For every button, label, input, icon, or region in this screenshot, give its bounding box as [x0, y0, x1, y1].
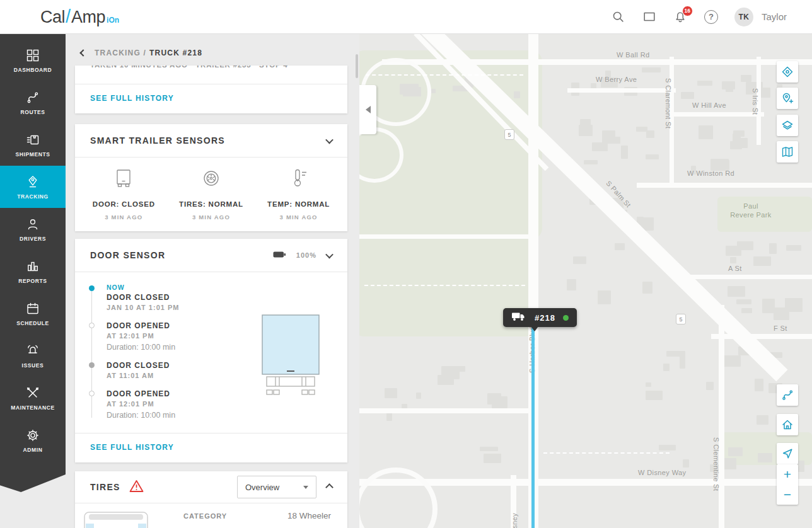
schedule-calendar-icon [25, 301, 40, 316]
help-icon[interactable]: ? [704, 9, 719, 25]
thermometer-icon [288, 168, 310, 192]
door-sensor-summary: DOOR: CLOSED 3 MIN AGO [81, 168, 167, 221]
timeline-dot [89, 391, 95, 396]
collapse-left-arrow-icon [366, 106, 371, 113]
building [416, 393, 421, 399]
street-label-clementine-st: S Clementine St [712, 437, 720, 491]
building [492, 396, 508, 408]
card-title: SMART TRAILER SENSORS [90, 135, 225, 146]
building [484, 454, 501, 463]
street-label-claremont-st: S Claremont St [664, 78, 672, 129]
user-avatar[interactable]: TK [734, 8, 753, 26]
maintenance-tools-icon [25, 386, 40, 401]
battery-icon [273, 250, 286, 261]
chevron-down-icon[interactable] [325, 135, 334, 144]
building [598, 290, 610, 304]
street-label-ball-rd: W Ball Rd [617, 51, 650, 59]
locate-me-button[interactable] [777, 443, 798, 464]
building [681, 92, 694, 100]
panel-collapse-tab[interactable] [359, 85, 376, 134]
calamp-logo[interactable]: Cal/AmpiOn [40, 6, 119, 27]
tires-sensor-summary: TIRES: NORMAL 3 MIN AGO [168, 168, 254, 221]
building [680, 354, 685, 369]
building [728, 286, 745, 297]
park-label-paul-revere: Paul Revere Park [722, 202, 780, 219]
search-icon[interactable] [611, 9, 626, 25]
sidebar-item-maintenance[interactable]: MAINTENANCE [0, 377, 66, 419]
sidebar-item-issues[interactable]: ISSUES [0, 335, 66, 377]
timeline-dot [89, 362, 95, 368]
chat-icon[interactable] [642, 9, 657, 25]
highway-shield-5: 5 [504, 129, 514, 140]
see-full-history-link[interactable]: SEE FULL HISTORY [75, 433, 347, 462]
building [573, 256, 586, 264]
chevron-up-icon[interactable] [325, 483, 334, 491]
building [438, 375, 454, 385]
select-caret-icon [303, 486, 308, 489]
sidebar-item-shipments[interactable]: SHIPMENTS [0, 123, 66, 166]
basemap-button[interactable] [777, 141, 798, 163]
building [646, 382, 651, 387]
building [722, 355, 741, 367]
sidebar-item-drivers[interactable]: DRIVERS [0, 208, 66, 250]
timeline-dot [89, 323, 95, 328]
building [663, 364, 670, 371]
street-label-disney-way: W Disney Way [638, 469, 687, 476]
building [736, 299, 751, 304]
route-polyline [531, 323, 535, 528]
highway-shield-5: 5 [676, 314, 686, 324]
building [683, 459, 689, 468]
app-window: Cal/AmpiOn 16 ? TK Taylor DASHBOARD [0, 0, 812, 528]
notifications-bell-icon[interactable]: 16 [673, 9, 688, 25]
map-canvas[interactable]: W Ball Rd W Berry Ave S Claremont St W H… [359, 34, 812, 528]
smart-trailer-sensors-card: SMART TRAILER SENSORS DOOR: CLOSED 3 MIN… [75, 124, 347, 231]
history-card: TAKEN 10 MINUTES AGO · TRAILER #233 · ST… [75, 66, 347, 113]
timeline-event: NOW DOOR CLOSED JAN 10 AT 1:01 PM [89, 284, 332, 313]
building [480, 447, 498, 451]
add-location-button[interactable] [777, 88, 798, 109]
marker-status-dot [563, 315, 569, 321]
panel-scrollbar-thumb[interactable] [356, 54, 358, 78]
road [637, 183, 812, 188]
street-label-f-st: F St [774, 324, 787, 332]
building [774, 307, 789, 320]
chevron-down-icon[interactable] [325, 250, 334, 258]
zoom-out-button[interactable]: − [777, 485, 798, 505]
sidebar-item-schedule[interactable]: SCHEDULE [0, 292, 66, 335]
header-actions: 16 ? TK Taylor [611, 8, 812, 26]
map-buildings [359, 34, 812, 528]
building [730, 257, 736, 264]
building [755, 379, 763, 391]
geofence-tool-button[interactable] [777, 61, 798, 83]
card-title: TIRES [90, 482, 120, 492]
sidebar-item-admin[interactable]: ADMIN [0, 419, 66, 461]
dashboard-icon [25, 48, 40, 63]
breadcrumb-current: TRUCK #218 [149, 49, 202, 57]
marker-truck-icon [511, 311, 526, 324]
home-view-button[interactable] [777, 414, 798, 435]
warning-triangle-icon [129, 479, 144, 495]
tires-view-select[interactable]: Overview [237, 476, 316, 498]
building [386, 412, 392, 421]
see-full-history-link[interactable]: SEE FULL HISTORY [75, 84, 347, 113]
breadcrumb-path[interactable]: TRACKING / [95, 49, 146, 57]
battery-level: 100% [296, 251, 316, 259]
zoom-in-button[interactable]: + [777, 464, 798, 485]
road [359, 408, 528, 413]
road [567, 88, 676, 93]
sidebar-nav: DASHBOARD ROUTES SHIPMENTS TRACKING DRIV… [0, 34, 66, 528]
sidebar-item-reports[interactable]: REPORTS [0, 250, 66, 292]
map-layers-button[interactable] [777, 115, 798, 136]
vehicle-marker-218[interactable]: #218 [503, 308, 577, 327]
road [671, 112, 764, 117]
sidebar-item-tracking[interactable]: TRACKING [0, 166, 66, 208]
route-tool-button[interactable] [777, 384, 798, 406]
back-chevron-icon[interactable] [79, 49, 86, 56]
building [737, 241, 753, 250]
sidebar-item-dashboard[interactable]: DASHBOARD [0, 39, 66, 81]
user-name: Taylor [762, 11, 787, 22]
top-header: Cal/AmpiOn 16 ? TK Taylor [0, 0, 812, 34]
sidebar-item-routes[interactable]: ROUTES [0, 81, 66, 123]
building [753, 256, 771, 266]
building [741, 308, 752, 313]
